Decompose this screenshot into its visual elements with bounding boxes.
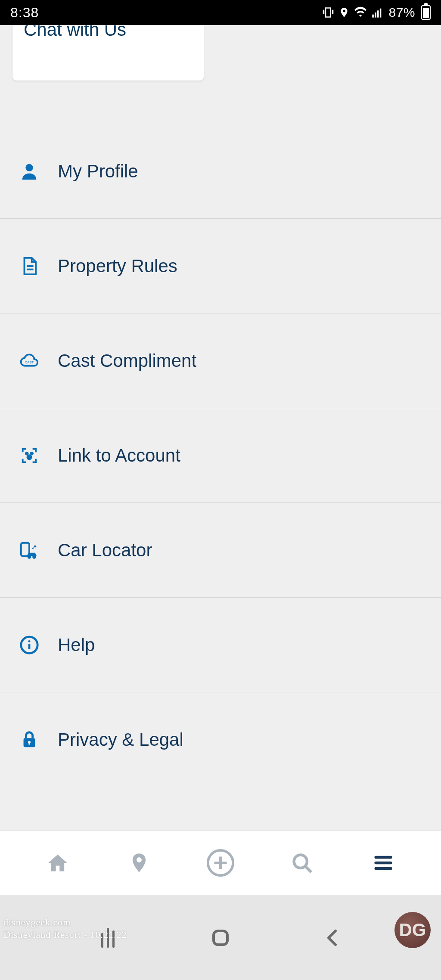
sys-back-button[interactable] [320, 925, 346, 951]
scan-mickey-icon [19, 445, 40, 466]
nav-search[interactable] [287, 848, 317, 878]
nav-map[interactable] [124, 848, 154, 878]
battery-icon [421, 5, 431, 20]
svg-text:CAST: CAST [25, 360, 34, 364]
menu-item-property-rules[interactable]: Property Rules [0, 219, 441, 313]
wifi-icon [354, 6, 367, 19]
svg-rect-3 [380, 9, 382, 18]
svg-line-24 [305, 866, 311, 872]
document-icon [19, 256, 40, 276]
nav-menu[interactable] [368, 848, 398, 878]
nav-add[interactable] [205, 848, 236, 878]
status-icons: 87% [322, 5, 431, 20]
svg-point-13 [33, 555, 35, 558]
menu-item-cast-compliment[interactable]: CAST Cast Compliment [0, 313, 441, 408]
svg-point-10 [26, 454, 32, 460]
svg-rect-2 [377, 10, 379, 17]
svg-point-4 [25, 164, 33, 171]
menu-item-label: Help [58, 635, 95, 655]
svg-rect-1 [375, 12, 377, 18]
svg-rect-28 [214, 931, 227, 945]
vibrate-icon [322, 6, 334, 19]
svg-point-12 [28, 555, 31, 558]
status-time: 8:38 [10, 5, 39, 21]
lock-icon [19, 729, 40, 750]
svg-point-16 [28, 640, 31, 642]
status-bar: 8:38 87% [0, 0, 441, 25]
car-icon [19, 540, 40, 561]
svg-rect-19 [28, 742, 30, 745]
battery-percentage: 87% [388, 5, 415, 20]
menu-item-label: My Profile [58, 161, 138, 182]
menu-item-car-locator[interactable]: Car Locator [0, 503, 441, 598]
signal-icon [371, 6, 383, 19]
svg-point-23 [294, 855, 307, 868]
menu-item-help[interactable]: Help [0, 598, 441, 692]
nav-home[interactable] [43, 848, 73, 878]
settings-menu: My Profile Property Rules CAST Cast Comp… [0, 124, 441, 787]
svg-rect-0 [373, 15, 374, 18]
watermark-line1: disneygeek.com [3, 916, 127, 929]
menu-item-label: Privacy & Legal [58, 729, 183, 750]
menu-item-label: Cast Compliment [58, 350, 196, 371]
person-icon [19, 161, 40, 182]
menu-item-label: Link to Account [58, 445, 180, 466]
cloud-icon: CAST [19, 350, 40, 371]
location-icon [339, 7, 350, 18]
chat-card-title: Chat with Us [24, 25, 193, 40]
menu-item-label: Car Locator [58, 540, 152, 561]
menu-item-link-account[interactable]: Link to Account [0, 408, 441, 503]
app-bottom-nav [0, 830, 441, 895]
menu-item-my-profile[interactable]: My Profile [0, 124, 441, 219]
menu-item-label: Property Rules [58, 256, 177, 276]
info-icon [19, 635, 40, 655]
dg-logo: DG [394, 912, 431, 948]
menu-item-privacy-legal[interactable]: Privacy & Legal [0, 692, 441, 787]
chat-card[interactable]: Chat with Us [12, 25, 204, 81]
watermark: disneygeek.com Disneyland Resort - 10.21… [3, 916, 127, 941]
sys-home-button[interactable] [208, 925, 233, 951]
watermark-line2: Disneyland Resort - 10.21.22 [3, 929, 127, 941]
